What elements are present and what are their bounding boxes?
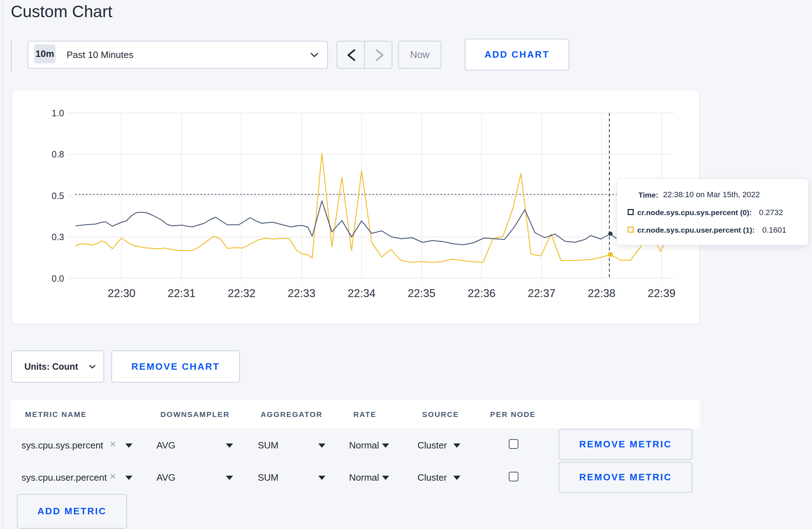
svg-text:22:39: 22:39 [648,287,676,300]
svg-text:22:33: 22:33 [288,287,316,300]
svg-text:0.0: 0.0 [52,273,64,283]
svg-text:22:38: 22:38 [588,287,616,300]
svg-text:22:31: 22:31 [168,287,195,300]
svg-text:1.0: 1.0 [52,108,64,118]
svg-text:22:32: 22:32 [228,287,256,300]
svg-text:0.5: 0.5 [52,191,64,201]
svg-text:22:34: 22:34 [348,287,376,300]
svg-text:22:36: 22:36 [468,287,496,300]
svg-text:22:35: 22:35 [408,287,436,300]
svg-text:0.8: 0.8 [52,149,64,159]
svg-text:0.3: 0.3 [52,232,64,242]
svg-text:22:30: 22:30 [108,287,136,300]
svg-text:22:37: 22:37 [528,287,556,300]
